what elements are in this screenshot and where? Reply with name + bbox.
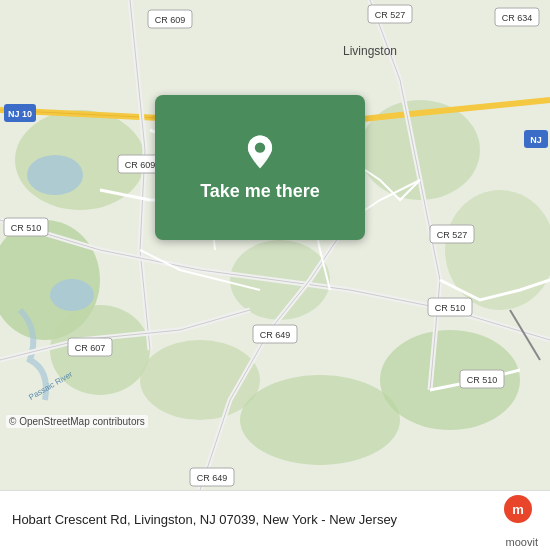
svg-text:CR 510: CR 510 [435,303,466,313]
svg-text:Livingston: Livingston [343,44,397,58]
svg-point-10 [27,155,83,195]
svg-point-11 [50,279,94,311]
svg-text:CR 634: CR 634 [502,13,533,23]
svg-text:NJ: NJ [530,135,542,145]
svg-text:CR 510: CR 510 [467,375,498,385]
take-me-there-label: Take me there [200,181,320,202]
svg-text:m: m [512,502,524,517]
moovit-logo: m moovit [498,493,538,548]
svg-text:CR 609: CR 609 [125,160,156,170]
moovit-text: moovit [506,536,538,548]
take-me-there-card[interactable]: Take me there [155,95,365,240]
osm-attribution: © OpenStreetMap contributors [6,415,148,428]
bottom-bar: Hobart Crescent Rd, Livingston, NJ 07039… [0,490,550,550]
svg-text:CR 609: CR 609 [155,15,186,25]
svg-text:CR 649: CR 649 [260,330,291,340]
svg-text:CR 607: CR 607 [75,343,106,353]
svg-text:CR 510: CR 510 [11,223,42,233]
svg-text:CR 527: CR 527 [375,10,406,20]
map-view: CR 609 CR 527 CR 634 NJ 10 NJ 10 CR 609 … [0,0,550,490]
svg-text:CR 527: CR 527 [437,230,468,240]
moovit-icon: m [498,493,538,535]
address-text: Hobart Crescent Rd, Livingston, NJ 07039… [12,511,488,529]
svg-point-5 [240,375,400,465]
svg-text:CR 649: CR 649 [197,473,228,483]
svg-point-43 [255,143,265,153]
svg-text:NJ 10: NJ 10 [8,109,32,119]
location-pin-icon [241,133,279,171]
